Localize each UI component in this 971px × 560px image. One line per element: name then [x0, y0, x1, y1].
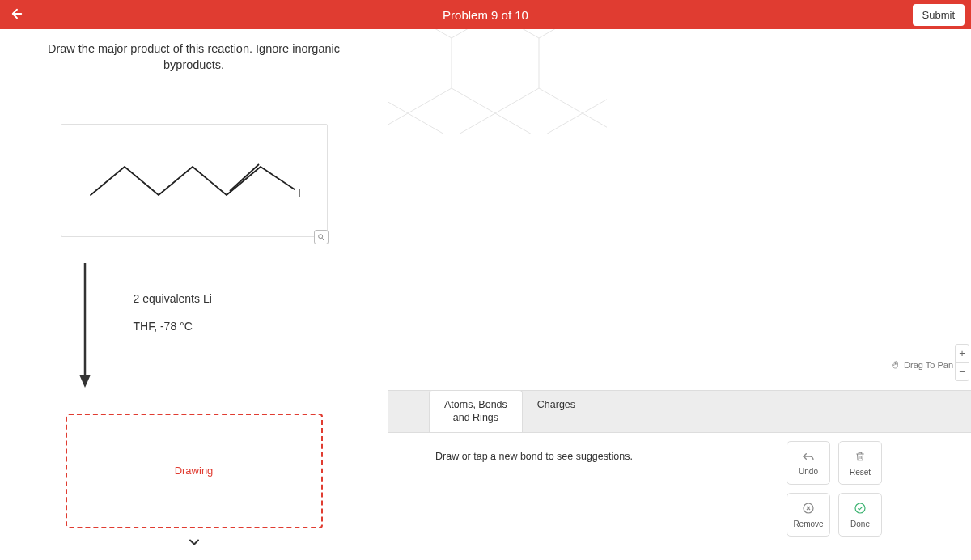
svg-rect-8	[388, 29, 607, 134]
zoom-icon[interactable]	[314, 230, 329, 244]
reagent-structure: I	[61, 124, 328, 237]
remove-button[interactable]: Remove	[787, 493, 830, 537]
chevron-down-icon	[186, 534, 202, 550]
drag-to-pan-hint: Drag To Pan	[891, 360, 953, 370]
reset-button[interactable]: Reset	[838, 441, 882, 485]
drawing-canvas[interactable]: Drag To Pan + −	[388, 29, 971, 390]
toolbar-tabs: Atoms, Bonds and Rings Charges	[388, 391, 971, 432]
problem-panel: Draw the major product of this reaction.…	[0, 29, 388, 560]
zoom-control: + −	[955, 344, 969, 381]
svg-point-2	[318, 234, 322, 238]
svg-marker-5	[79, 375, 91, 388]
condition-line-1: 2 equivalents Li	[134, 292, 212, 305]
scroll-down-button[interactable]	[186, 534, 202, 554]
svg-point-10	[855, 503, 865, 513]
zoom-out-button[interactable]: −	[956, 363, 969, 380]
svg-line-0	[230, 164, 259, 191]
undo-button[interactable]: Undo	[787, 441, 830, 485]
svg-line-3	[322, 238, 324, 240]
action-buttons: Undo Reset Remove	[787, 441, 882, 537]
tab-atoms-bonds-rings[interactable]: Atoms, Bonds and Rings	[429, 390, 523, 432]
molecule-svg: I	[81, 140, 307, 221]
check-circle-icon	[854, 502, 867, 517]
reaction-conditions: 2 equivalents Li THF, -78 °C	[109, 260, 212, 347]
topbar: Problem 9 of 10 Submit	[0, 0, 971, 29]
prompt-text: Draw the major product of this reaction.…	[32, 40, 356, 74]
zoom-in-button[interactable]: +	[956, 345, 969, 363]
hand-icon	[891, 360, 901, 370]
undo-icon	[802, 451, 815, 465]
page-title: Problem 9 of 10	[443, 8, 528, 22]
close-circle-icon	[802, 502, 815, 517]
drawing-dropzone[interactable]: Drawing	[66, 414, 323, 528]
trash-icon	[854, 450, 866, 465]
drag-to-pan-label: Drag To Pan	[904, 360, 953, 370]
submit-button[interactable]: Submit	[913, 4, 965, 26]
toolbar: Atoms, Bonds and Rings Charges Draw or t…	[388, 390, 971, 560]
done-button[interactable]: Done	[838, 493, 882, 537]
svg-text:I: I	[298, 186, 301, 199]
reaction-arrow	[61, 260, 109, 389]
condition-line-2: THF, -78 °C	[134, 320, 212, 333]
tab-charges[interactable]: Charges	[523, 391, 590, 432]
hex-grid	[388, 29, 631, 151]
drawing-label: Drawing	[175, 465, 214, 477]
arrow-left-icon	[10, 6, 24, 21]
back-button[interactable]	[6, 3, 28, 27]
